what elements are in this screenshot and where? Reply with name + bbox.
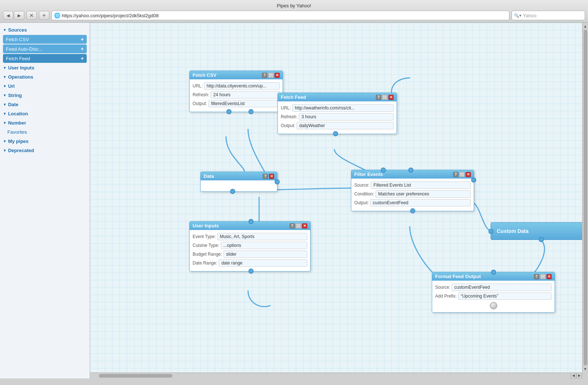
- data-help[interactable]: ?: [263, 174, 268, 179]
- date-range-value[interactable]: date range: [219, 259, 307, 267]
- filter-events-node[interactable]: Filter Events ? _ ✕ Source: Filtered Eve…: [351, 170, 474, 211]
- format-feed-node[interactable]: Format Feed Output ? _ ✕ Source: customE…: [432, 272, 555, 313]
- h-scroll-left[interactable]: ◀: [570, 373, 576, 378]
- fetch-feed-output-value[interactable]: dailyWeather: [297, 122, 394, 129]
- filter-events-min[interactable]: _: [459, 172, 465, 177]
- fetch-csv-min[interactable]: _: [268, 73, 273, 78]
- fetch-feed-close[interactable]: ✕: [388, 95, 394, 100]
- sidebar-section-url: ▼ Url: [0, 82, 90, 90]
- fetch-csv-url-value[interactable]: http://data.cityevents.com/up...: [204, 82, 280, 90]
- close-tab-button[interactable]: ✕: [26, 11, 37, 20]
- fetch-csv-close[interactable]: ✕: [275, 73, 280, 78]
- user-inputs-connector-bottom[interactable]: [248, 269, 254, 274]
- sidebar-header-date[interactable]: ▼ Date: [0, 100, 90, 109]
- v-scroll-down[interactable]: ▼: [584, 367, 587, 371]
- data-connector-left[interactable]: [275, 179, 280, 184]
- format-feed-close[interactable]: ✕: [546, 274, 552, 279]
- format-feed-min[interactable]: _: [540, 274, 545, 279]
- fetch-csv-connector-bottom-1[interactable]: [226, 109, 232, 114]
- back-button[interactable]: ◀: [3, 11, 13, 20]
- forward-button[interactable]: ▶: [14, 11, 24, 20]
- user-inputs-min[interactable]: _: [296, 223, 301, 229]
- data-close[interactable]: ✕: [269, 174, 274, 179]
- search-bar[interactable]: 🔍▾ Yahoo: [512, 11, 585, 20]
- slider-thumb[interactable]: [490, 302, 497, 309]
- custom-data-node[interactable]: Custom Data: [491, 222, 588, 240]
- number-arrow: ▼: [3, 121, 7, 125]
- budget-range-value[interactable]: slider: [223, 251, 307, 258]
- data-connector-bottom[interactable]: [230, 189, 235, 194]
- fetch-feed-refresh-label: Refresh:: [281, 114, 297, 119]
- custom-data-connector-left[interactable]: [488, 229, 494, 234]
- fetch-csv-help[interactable]: ?: [262, 73, 267, 78]
- v-scroll-up[interactable]: ▲: [584, 24, 587, 28]
- browser-chrome: Pipes by Yahoo! ◀ ▶ ✕ + 🌐 https://yahoo.…: [0, 0, 588, 23]
- filter-events-close[interactable]: ✕: [466, 172, 471, 177]
- fetch-csv-header[interactable]: Fetch CSV ? _ ✕: [190, 71, 283, 79]
- address-bar[interactable]: 🌐 https://yahoo.com/pipes/project/2dk5ks…: [51, 11, 509, 20]
- sidebar-item-fetch-csv[interactable]: Fetch CSV +: [3, 35, 87, 44]
- fetch-feed-help[interactable]: ?: [376, 95, 381, 100]
- fetch-feed-title: Fetch Feed: [281, 94, 306, 100]
- filter-connector-right[interactable]: [471, 177, 476, 183]
- sidebar-header-number[interactable]: ▼ Number: [0, 119, 90, 127]
- fetch-feed-header[interactable]: Fetch Feed ? _ ✕: [278, 93, 397, 101]
- user-inputs-help[interactable]: ?: [290, 223, 295, 229]
- sidebar-header-my-pipes[interactable]: ▼ My pipes: [0, 137, 90, 145]
- fetch-feed-connector-bottom[interactable]: [333, 131, 338, 136]
- v-scrollbar-thumb[interactable]: [584, 30, 587, 366]
- user-inputs-node[interactable]: User Inputs ? _ ✕ Event Type: Music, Art…: [189, 221, 311, 271]
- filter-events-controls: ? _ ✕: [453, 172, 471, 177]
- fetch-csv-plus[interactable]: +: [81, 36, 84, 42]
- data-header[interactable]: Data ? ✕: [201, 172, 277, 180]
- fetch-csv-refresh-label: Refresh:: [193, 92, 209, 97]
- data-controls: ? ✕: [263, 174, 274, 179]
- sidebar-header-url[interactable]: ▼ Url: [0, 82, 90, 90]
- fetch-feed-min[interactable]: _: [382, 95, 387, 100]
- data-node[interactable]: Data ? ✕: [200, 172, 277, 192]
- filter-connector-top-1[interactable]: [381, 168, 386, 173]
- new-tab-button[interactable]: +: [39, 11, 49, 20]
- format-feed-connector-top[interactable]: [491, 270, 496, 275]
- sidebar-section-deprecated: ▼ Deprecated: [0, 146, 90, 155]
- format-feed-slider[interactable]: [435, 302, 552, 309]
- format-feed-help[interactable]: ?: [534, 274, 539, 279]
- horizontal-scrollbar[interactable]: [90, 373, 582, 378]
- canvas-area[interactable]: Fetch CSV ? _ ✕ URL: http://data.cityeve…: [90, 23, 588, 378]
- filter-connector-top-2[interactable]: [408, 168, 413, 173]
- format-feed-title: Format Feed Output: [435, 274, 481, 279]
- fetch-feed-node[interactable]: Fetch Feed ? _ ✕ URL: http://weatherinfo…: [277, 93, 397, 134]
- filter-source-value[interactable]: Filtered Events List: [371, 181, 471, 189]
- fetch-csv-node[interactable]: Fetch CSV ? _ ✕ URL: http://data.cityeve…: [189, 71, 283, 112]
- fetch-feed-refresh-value[interactable]: 3 hours: [299, 113, 394, 120]
- h-scroll-right[interactable]: ▶: [576, 373, 582, 378]
- sidebar-item-fetch-feed[interactable]: Fetch Feed +: [3, 54, 87, 63]
- fetch-feed-plus[interactable]: +: [81, 55, 84, 61]
- fetch-csv-connector-bottom-2[interactable]: [248, 109, 254, 114]
- feed-auto-plus[interactable]: +: [81, 46, 84, 52]
- favorites-label[interactable]: Favorites: [0, 128, 90, 136]
- sidebar-header-string[interactable]: ▼ String: [0, 91, 90, 100]
- fetch-csv-refresh-value[interactable]: 24 hours: [211, 91, 280, 98]
- user-inputs-connector-top[interactable]: [248, 219, 254, 224]
- format-prefix-value[interactable]: “Upcoming Events”: [458, 292, 552, 300]
- filter-events-help[interactable]: ?: [453, 172, 458, 177]
- sidebar-header-operations[interactable]: ▼ Operations: [0, 73, 90, 81]
- sidebar-item-feed-auto-disc[interactable]: Feed Auto-Disc... +: [3, 44, 87, 53]
- cuisine-type-value[interactable]: ...options: [221, 242, 308, 249]
- user-inputs-close[interactable]: ✕: [302, 223, 307, 229]
- fetch-feed-url-value[interactable]: http://weatherinfo.com/rss/cit...: [292, 104, 394, 112]
- sidebar-header-location[interactable]: ▼ Location: [0, 109, 90, 118]
- sidebar-header-deprecated[interactable]: ▼ Deprecated: [0, 146, 90, 155]
- event-type-value[interactable]: Music, Art, Sports: [217, 233, 307, 240]
- filter-condition-value[interactable]: Matches user preferences: [376, 190, 471, 198]
- format-source-value[interactable]: customEventFeed: [452, 284, 552, 291]
- filter-output-value[interactable]: customEventFeed: [370, 199, 471, 206]
- fetch-csv-output-value[interactable]: filteredEventsList: [208, 100, 280, 107]
- h-scrollbar-thumb[interactable]: [99, 374, 172, 378]
- sidebar-header-sources[interactable]: ▼ Sources: [0, 26, 90, 34]
- vertical-scrollbar[interactable]: ▲ ▼: [582, 23, 588, 373]
- custom-data-connector-bottom[interactable]: [539, 237, 544, 242]
- filter-connector-bottom[interactable]: [410, 208, 415, 213]
- sidebar-header-user-inputs[interactable]: ▼ User Inputs: [0, 64, 90, 72]
